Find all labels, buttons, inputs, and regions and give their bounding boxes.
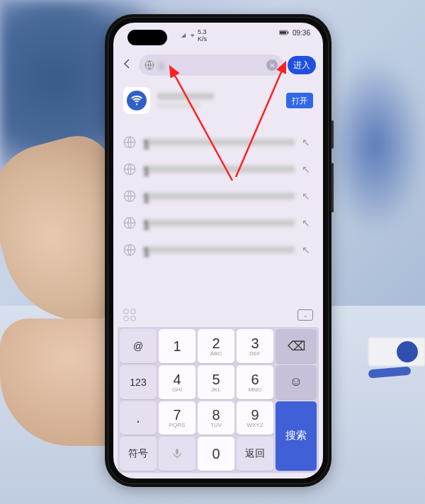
backspace-icon: ⌫	[288, 338, 305, 354]
svg-rect-2	[288, 32, 288, 34]
pencap-prop	[397, 341, 418, 362]
battery-icon	[279, 28, 289, 37]
globe-icon	[123, 136, 136, 149]
key-4[interactable]: 4GHI	[159, 365, 196, 399]
list-item[interactable]: 1 ↖	[123, 236, 313, 263]
list-item[interactable]: 1 ↖	[123, 156, 313, 183]
network-speed: 5.3 K/s	[198, 28, 207, 42]
collapse-keyboard-icon[interactable]: ⌄	[298, 309, 313, 321]
key-123[interactable]: 123	[120, 365, 157, 399]
key-6[interactable]: 6MNO	[237, 365, 273, 399]
address-text: 1	[159, 60, 262, 71]
open-label: 打开	[292, 96, 307, 106]
list-item[interactable]: 1 ↖	[123, 129, 313, 156]
fill-arrow-icon[interactable]: ↖	[302, 164, 313, 175]
globe-icon	[123, 217, 136, 229]
key-0[interactable]: 0	[198, 437, 234, 471]
wifi-app-icon	[127, 91, 147, 110]
address-input[interactable]: 1 ✕	[139, 55, 283, 76]
key-symbols[interactable]: 符号	[120, 437, 157, 471]
address-bar-row: 1 ✕ 进入	[120, 54, 316, 76]
key-search[interactable]: 搜索	[276, 401, 317, 471]
keyboard-toolbar: ⌄	[119, 306, 317, 324]
background-blur	[326, 57, 425, 234]
power-button	[332, 163, 334, 212]
clock-time: 09:36	[293, 29, 310, 37]
globe-icon	[123, 163, 136, 176]
svg-rect-10	[131, 309, 135, 314]
key-at[interactable]: @	[120, 329, 157, 363]
volume-button	[332, 120, 334, 149]
history-list: 1 ↖ 1 ↖ 1 ↖ 1 ↖ 1 ↖	[123, 129, 313, 263]
key-3[interactable]: 3DEF	[237, 329, 273, 363]
svg-rect-9	[124, 309, 128, 314]
key-return[interactable]: 返回	[237, 437, 273, 471]
fill-arrow-icon[interactable]: ↖	[302, 190, 313, 202]
globe-icon	[123, 244, 136, 256]
wifi-icon	[190, 33, 196, 38]
history-text: 1	[143, 166, 295, 173]
history-text: 1	[143, 139, 295, 146]
mic-icon	[171, 448, 183, 459]
history-text: 1	[143, 246, 295, 253]
clear-button[interactable]: ✕	[266, 59, 278, 71]
globe-icon	[144, 60, 154, 70]
fill-arrow-icon[interactable]: ↖	[302, 217, 313, 229]
apps-grid-icon[interactable]	[123, 309, 136, 321]
signal-icon	[181, 33, 187, 38]
emoji-icon: ☺	[290, 374, 302, 389]
key-mic[interactable]	[159, 437, 196, 471]
key-7[interactable]: 7PQRS	[159, 401, 196, 435]
chevron-left-icon	[122, 58, 133, 69]
camera-cutout	[128, 30, 167, 45]
history-text: 1	[143, 193, 295, 200]
keyboard: @ 1 2ABC 3DEF ⌫ 123 4GHI 5JKL 6MNO ☺ . 7…	[118, 327, 319, 473]
status-bar-right: 09:36	[279, 28, 310, 37]
back-button[interactable]	[120, 58, 135, 73]
key-9[interactable]: 9WXYZ	[237, 401, 273, 435]
key-5[interactable]: 5JKL	[198, 365, 234, 399]
globe-icon	[123, 190, 136, 202]
history-text: 1	[143, 219, 295, 227]
close-icon: ✕	[269, 62, 275, 69]
svg-rect-1	[280, 31, 286, 34]
top-suggestion[interactable]: 打开	[123, 85, 313, 116]
list-item[interactable]: 1 ↖	[123, 183, 313, 210]
open-button[interactable]: 打开	[286, 93, 313, 108]
key-backspace[interactable]: ⌫	[276, 329, 317, 363]
fill-arrow-icon[interactable]: ↖	[302, 137, 313, 148]
status-bar-left: 5.3 K/s	[181, 28, 207, 42]
svg-rect-11	[124, 316, 128, 321]
app-icon	[123, 87, 150, 114]
phone-screen: 5.3 K/s 09:36 1 ✕ 进入	[113, 23, 323, 479]
enter-button[interactable]: 进入	[288, 56, 316, 74]
suggestion-text	[157, 93, 279, 108]
phone-device: 5.3 K/s 09:36 1 ✕ 进入	[105, 14, 332, 487]
fill-arrow-icon[interactable]: ↖	[302, 244, 313, 256]
key-emoji[interactable]: ☺	[276, 365, 317, 399]
svg-rect-12	[131, 316, 135, 321]
key-2[interactable]: 2ABC	[198, 329, 234, 363]
key-8[interactable]: 8TUV	[198, 401, 234, 435]
key-1[interactable]: 1	[159, 329, 196, 363]
enter-label: 进入	[293, 59, 310, 71]
list-item[interactable]: 1 ↖	[123, 210, 313, 236]
svg-rect-13	[176, 449, 178, 454]
key-dot[interactable]: .	[120, 401, 157, 435]
